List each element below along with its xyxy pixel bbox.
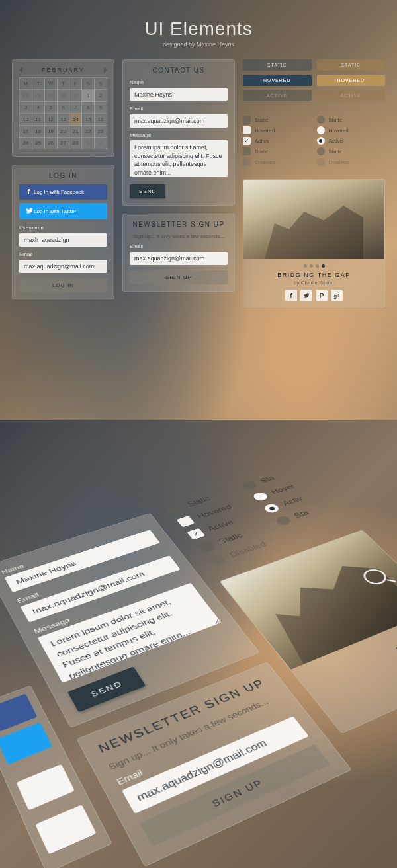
login-button[interactable]: LOG IN [19, 278, 107, 292]
search-icon[interactable] [359, 567, 391, 587]
calendar-day[interactable]: 19 [44, 126, 57, 138]
login-email-input[interactable] [19, 260, 107, 273]
share-googleplus-icon[interactable]: g+ [331, 290, 343, 301]
p-radio-hovered[interactable] [251, 491, 269, 502]
newsletter-email-input[interactable] [130, 252, 228, 265]
login-twitter-label: Log In with Twitter [34, 208, 76, 214]
login-facebook-label: Log In with Facebook [34, 189, 84, 195]
calendar-day[interactable]: 23 [95, 126, 107, 138]
calendar-day[interactable]: 12 [44, 114, 57, 126]
state-hovered-dark-button[interactable]: HOVERED [243, 75, 312, 86]
card-title: BRIDGING THE GAP [249, 272, 379, 278]
checkbox-active[interactable]: ✓ [243, 137, 251, 145]
calendar-day[interactable]: 21 [69, 126, 82, 138]
calendar-day[interactable]: 1 [82, 138, 95, 149]
calendar-day[interactable]: 16 [95, 114, 107, 126]
calendar-day[interactable]: 10 [20, 114, 32, 126]
calendar-prev-icon[interactable] [19, 67, 22, 73]
signup-button[interactable]: SIGN UP [130, 270, 228, 284]
calendar-day[interactable]: 18 [32, 126, 44, 138]
facebook-icon: f [24, 188, 34, 196]
send-button[interactable]: SEND [130, 184, 165, 198]
calendar-day[interactable]: 28 [69, 138, 82, 149]
calendar-day[interactable]: 1 [82, 90, 95, 102]
p-checkbox-static[interactable] [167, 504, 185, 515]
calendar-day[interactable]: 8 [82, 102, 95, 114]
contact-panel: CONTACT US Name Email Message Lorem ipsu… [122, 59, 235, 206]
calendar-day[interactable]: 4 [32, 102, 44, 114]
calendar-day[interactable]: 2 [95, 138, 107, 149]
login-twitter-button[interactable]: Log In with Twitter [19, 203, 107, 219]
radio-active[interactable] [317, 137, 325, 145]
calendar-day[interactable]: 6 [57, 102, 69, 114]
calendar-day[interactable]: 25 [32, 138, 44, 149]
calendar-month: FEBRUARY [42, 67, 85, 73]
calendar-day[interactable]: 20 [57, 126, 69, 138]
perspective-preview: Name Email Message Lorem ipsum dolor sit… [0, 420, 397, 868]
calendar-day[interactable]: 9 [95, 102, 107, 114]
share-facebook-icon[interactable]: f [285, 290, 297, 301]
state-active-dark-button[interactable]: ACTIVE [243, 90, 312, 101]
calendar-day[interactable]: 14 [69, 114, 82, 126]
checkbox-static2[interactable] [243, 147, 251, 155]
image-card: BRIDGING THE GAP by Charlie Foster f P g… [243, 179, 385, 307]
radio-hovered[interactable] [317, 126, 325, 134]
calendar-day[interactable]: 30 [57, 90, 69, 102]
contact-message-input[interactable]: Lorem ipsum dolor sit amet, consectetur … [130, 140, 228, 177]
state-active-light-button[interactable]: ACTIVE [317, 90, 386, 101]
dot-1[interactable] [304, 264, 307, 268]
contact-email-label: Email [130, 106, 228, 112]
p-checkbox-hovered[interactable] [177, 516, 195, 528]
calendar-day[interactable]: 26 [44, 138, 57, 149]
calendar-dow: T [57, 78, 69, 90]
login-facebook-button[interactable]: f Log In with Facebook [19, 184, 107, 200]
checkbox-static-label: Static [255, 117, 268, 123]
checkbox-disabled [243, 158, 251, 166]
calendar-day[interactable]: 22 [82, 126, 95, 138]
contact-email-input[interactable] [130, 114, 228, 128]
share-pinterest-icon[interactable]: P [316, 290, 328, 301]
p-radio-static[interactable] [241, 480, 259, 491]
checkbox-static[interactable] [243, 116, 251, 124]
calendar-dow: F [69, 78, 82, 90]
contact-name-label: Name [130, 79, 228, 85]
p-radio-active[interactable] [263, 503, 281, 514]
username-input[interactable] [19, 233, 107, 247]
dot-4[interactable] [322, 264, 325, 268]
p-checkbox-static2[interactable] [197, 541, 216, 553]
radio-static-label: Static [329, 117, 342, 123]
state-static-dark-button[interactable]: STATIC [243, 59, 312, 71]
contact-name-input[interactable] [130, 88, 228, 101]
calendar-day[interactable]: 2 [95, 90, 107, 102]
calendar-day[interactable]: 15 [82, 114, 95, 126]
calendar-day[interactable]: 11 [32, 114, 44, 126]
p-radio-static2[interactable] [274, 515, 292, 526]
login-panel: LOG IN f Log In with Facebook Log In wit… [12, 165, 114, 299]
calendar-day[interactable]: 31 [69, 90, 82, 102]
checkbox-radio-group: Static Static Hovered Hovered ✓Active Ac… [243, 116, 385, 166]
dot-3[interactable] [316, 264, 319, 268]
page-title: UI Elements [0, 19, 397, 40]
calendar-day[interactable]: 7 [69, 102, 82, 114]
calendar-dow: S [95, 78, 107, 90]
dot-2[interactable] [310, 264, 313, 268]
calendar-day[interactable]: 5 [44, 102, 57, 114]
calendar-day[interactable]: 27 [57, 138, 69, 149]
state-hovered-light-button[interactable]: HOVERED [317, 75, 386, 86]
calendar-day[interactable]: 17 [20, 126, 32, 138]
calendar-day[interactable]: 28 [32, 90, 44, 102]
contact-message-label: Message [130, 132, 228, 138]
calendar-day[interactable]: 29 [44, 90, 57, 102]
radio-static[interactable] [317, 116, 325, 124]
share-twitter-icon[interactable] [300, 290, 312, 301]
checkbox-hovered[interactable] [243, 126, 251, 134]
p-checkbox-active[interactable]: ✓ [187, 528, 205, 540]
state-static-light-button[interactable]: STATIC [317, 59, 386, 71]
calendar-next-icon[interactable] [104, 67, 107, 73]
calendar-day[interactable]: 27 [20, 90, 32, 102]
calendar-day[interactable]: 24 [20, 138, 32, 149]
radio-active-label: Active [329, 138, 343, 144]
radio-static2[interactable] [317, 147, 325, 155]
calendar-day[interactable]: 13 [57, 114, 69, 126]
calendar-day[interactable]: 3 [20, 102, 32, 114]
